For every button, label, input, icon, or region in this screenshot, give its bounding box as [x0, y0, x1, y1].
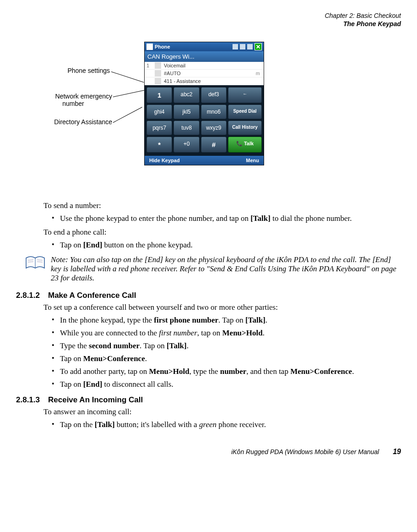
carrier-label: CAN Rogers Wi... [145, 51, 264, 62]
speed-dial-button[interactable]: Speed Dial [228, 104, 262, 119]
windows-start-icon[interactable] [146, 44, 153, 50]
app-title: Phone [155, 44, 170, 49]
end-call-intro: To end a phone call: [43, 228, 401, 237]
note-block: Note: You can also tap on the [End] key … [16, 255, 401, 283]
receive-intro: To answer an incoming call: [43, 407, 401, 417]
phone-keypad: 1 abc2 def3 ← ghi4 jkl5 mno6 Speed Dial … [145, 85, 264, 156]
backspace-button[interactable]: ← [228, 87, 262, 103]
book-icon [25, 255, 45, 270]
page-footer: iKôn Rugged PDA (Windows Mobile 6) User … [16, 448, 401, 456]
key-8[interactable]: tuv8 [173, 121, 199, 135]
conference-intro: To set up a conference call between your… [43, 303, 401, 312]
contact-icon [155, 78, 161, 84]
manual-title: iKôn Rugged PDA (Windows Mobile 6) User … [231, 448, 379, 455]
list-item: Tap on Menu>Conference. [54, 354, 401, 363]
key-hash[interactable]: # [201, 137, 227, 153]
list-item-411[interactable]: 411 - Assistance [145, 77, 264, 85]
phone-screenshot: Phone CAN Rogers Wi... 1 Voicemail #AUTO… [144, 42, 264, 165]
list-item: Tap on [End] button on the phone keypad. [54, 241, 401, 250]
heading-receive-call: 2.8.1.3Receive An Incoming Call [16, 395, 401, 405]
softkey-right[interactable]: Menu [246, 158, 259, 163]
list-item: In the phone keypad, type the first phon… [54, 316, 401, 325]
key-3[interactable]: def3 [201, 87, 227, 103]
list-item: To add another party, tap on Menu>Hold, … [54, 367, 401, 376]
callout-network-emergency: Network emergency number [34, 93, 112, 107]
contact-icon [155, 70, 161, 77]
body-content: To send a number: Use the phone keypad t… [43, 201, 401, 250]
signal-icon[interactable] [240, 44, 245, 49]
chapter-label: Chapter 2: Basic Checkout [16, 11, 401, 20]
callout-line [113, 90, 146, 97]
key-2[interactable]: abc2 [173, 87, 199, 103]
note-text: Note: You can also tap on the [End] key … [51, 255, 401, 283]
key-6[interactable]: mno6 [201, 104, 227, 119]
callout-line [113, 107, 142, 123]
key-4[interactable]: ghi4 [146, 104, 172, 119]
list-item-voicemail[interactable]: 1 Voicemail [145, 62, 264, 70]
voicemail-icon [155, 62, 161, 69]
section-label: The Phone Keypad [16, 20, 401, 28]
close-icon[interactable] [255, 43, 262, 50]
key-7[interactable]: pqrs7 [146, 121, 172, 135]
callout-phone-settings: Phone settings [37, 67, 110, 74]
volume-icon[interactable] [247, 44, 253, 49]
callout-directory-assistance: Directory Assistance [34, 119, 112, 126]
phone-titlebar: Phone [145, 42, 264, 51]
list-item: Tap on the [Talk] button; it's labelled … [54, 420, 401, 429]
talk-button[interactable]: 📞 Talk [228, 137, 262, 153]
list-item: Type the second number. Tap on [Talk]. [54, 341, 401, 351]
figure-phone-keypad: Phone settings Network emergency number … [16, 42, 401, 197]
callout-line [111, 71, 144, 82]
key-0[interactable]: +0 [173, 137, 199, 153]
list-item-auto[interactable]: #AUTO m [145, 70, 264, 77]
heading-conference-call: 2.8.1.2Make A Conference Call [16, 291, 401, 300]
list-item: Tap on [End] to disconnect all calls. [54, 380, 401, 389]
connectivity-icon[interactable] [233, 44, 238, 49]
softkey-left[interactable]: Hide Keypad [149, 158, 180, 163]
call-history-button[interactable]: Call History [228, 121, 262, 135]
key-1[interactable]: 1 [146, 87, 172, 103]
page-header: Chapter 2: Basic Checkout The Phone Keyp… [16, 11, 401, 28]
key-9[interactable]: wxyz9 [201, 121, 227, 135]
page-number: 19 [393, 448, 401, 456]
send-number-intro: To send a number: [43, 201, 401, 210]
softkey-bar: Hide Keypad Menu [145, 156, 264, 165]
key-5[interactable]: jkl5 [173, 104, 199, 119]
speed-dial-list: 1 Voicemail #AUTO m 411 - Assistance [145, 62, 264, 85]
list-item: While you are connected to the first num… [54, 329, 401, 338]
list-item: Use the phone keypad to enter the phone … [54, 214, 401, 223]
key-star[interactable]: * [146, 137, 172, 153]
